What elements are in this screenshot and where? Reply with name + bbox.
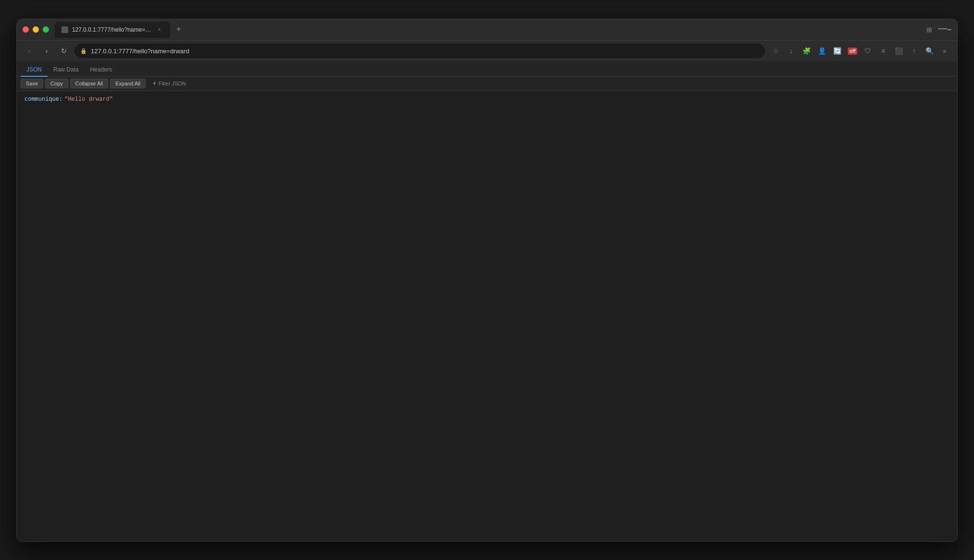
tab-close-button[interactable]: × [156,26,163,34]
filter-json-button[interactable]: ▼ Filter JSON [147,79,191,88]
pip-icon[interactable]: ⬛ [892,44,905,58]
reader-view-icon[interactable]: ≡ [877,44,890,58]
title-bar: 127.0.0.1:7777/hello?name=drward × + ⊞ [17,19,957,40]
new-tab-button[interactable]: + [172,23,185,36]
tab-favicon [61,26,68,33]
tab-title: 127.0.0.1:7777/hello?name=drward [72,26,152,33]
address-text: 127.0.0.1:7777/hello?name=drward [91,48,759,55]
nav-bar: ‹ › ↻ 🔒 127.0.0.1:7777/hello?name=drward… [17,40,957,61]
close-button[interactable] [23,26,29,33]
tab-bar: 127.0.0.1:7777/hello?name=drward × + [55,22,923,38]
addon-icon[interactable]: off [846,44,859,58]
copy-button[interactable]: Copy [45,79,68,88]
address-bar-lock-icon: 🔒 [80,48,87,54]
forward-button[interactable]: › [40,44,53,58]
bookmarks-icon[interactable]: ☆ [769,44,782,58]
minimize-button[interactable] [33,26,39,33]
tab-headers[interactable]: Headers [85,63,118,77]
shield-icon[interactable]: 🛡 [861,44,875,58]
tab-json[interactable]: JSON [21,63,48,77]
browser-window: 127.0.0.1:7777/hello?name=drward × + ⊞ ‹… [16,19,958,542]
extensions-icon[interactable]: 🧩 [800,44,813,58]
window-controls [23,26,49,33]
filter-label: Filter JSON [158,81,186,86]
toolbar: Save Copy Collapse All Expand All ▼ Filt… [17,77,957,91]
active-tab[interactable]: 127.0.0.1:7777/hello?name=drward × [55,22,170,38]
save-button[interactable]: Save [21,79,43,88]
json-key: communique: [24,95,62,104]
pocket-icon[interactable]: ↓ [784,44,798,58]
sync-icon[interactable]: 🔄 [830,44,844,58]
nav-right-icons: ☆ ↓ 🧩 👤 🔄 off 🛡 ≡ ⬛ ↑ 🔍 » [769,44,951,58]
collapse-all-button[interactable]: Collapse All [70,79,108,88]
zoom-icon[interactable]: 🔍 [923,44,936,58]
json-content: communique: "Hello drward" [17,91,957,541]
toolbar-overflow-icon[interactable]: » [938,44,951,58]
addon-badge: off [848,48,858,55]
reload-button[interactable]: ↻ [57,44,71,58]
back-button[interactable]: ‹ [23,44,36,58]
filter-icon: ▼ [152,81,157,86]
address-bar[interactable]: 🔒 127.0.0.1:7777/hello?name=drward [74,44,765,58]
profile-icon[interactable]: 👤 [815,44,828,58]
json-value: "Hello drward" [64,95,113,104]
menu-button[interactable] [938,23,951,36]
share-icon[interactable]: ↑ [907,44,921,58]
json-row: communique: "Hello drward" [24,95,950,104]
viewer-tabs: JSON Raw Data Headers [17,61,957,77]
maximize-button[interactable] [43,26,49,33]
tab-overview-icon[interactable]: ⊞ [923,23,936,36]
title-bar-right: ⊞ [923,23,951,36]
expand-all-button[interactable]: Expand All [110,79,146,88]
tab-raw-data[interactable]: Raw Data [48,63,85,77]
